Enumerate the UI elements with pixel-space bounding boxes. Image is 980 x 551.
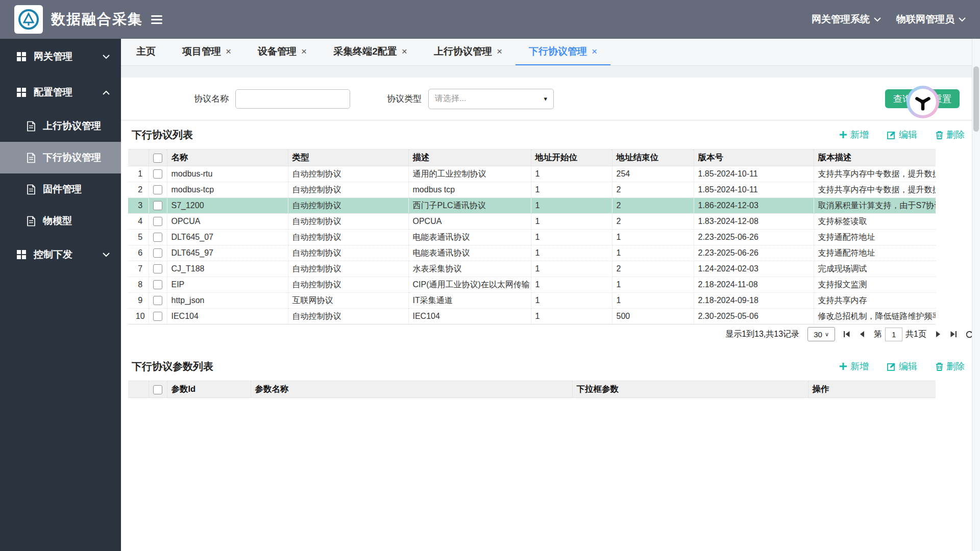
tab-close-icon[interactable]: ×	[226, 46, 231, 57]
select-all-checkbox[interactable]	[153, 154, 162, 163]
sidebar-sub-item[interactable]: 物模型	[0, 205, 121, 237]
table-row[interactable]: 10IEC104自动控制协议IEC10415002.30-2025-05-06修…	[128, 309, 936, 324]
tab-close-icon[interactable]: ×	[497, 46, 502, 57]
row-checkbox[interactable]	[153, 280, 162, 289]
hamburger-menu-icon[interactable]	[151, 13, 162, 26]
tab-设备管理[interactable]: 设备管理×	[244, 39, 320, 65]
sidebar-group-label: 配置管理	[34, 86, 72, 99]
param-delete-button[interactable]: 删除	[936, 360, 965, 372]
document-icon	[27, 153, 36, 163]
row-checkbox[interactable]	[153, 296, 162, 305]
cell-addr-start: 1	[531, 198, 612, 214]
row-number-header	[128, 381, 149, 398]
page-size-select[interactable]: 30 ∨	[807, 327, 835, 341]
tab-采集终端2配置[interactable]: 采集终端2配置×	[320, 39, 421, 65]
sidebar-group-label: 网关管理	[34, 50, 72, 63]
table-row[interactable]: 9http_json互联网协议IT采集通道112.18-2024-09-18支持…	[128, 293, 936, 309]
cell-name: CJ_T188	[167, 261, 288, 277]
col-type: 类型	[288, 149, 408, 166]
trash-icon	[936, 362, 943, 371]
sidebar-sub-item[interactable]: 下行协议管理	[0, 142, 121, 173]
tab-close-icon[interactable]: ×	[301, 46, 307, 57]
vertical-scrollbar[interactable]	[972, 39, 980, 551]
pagination-summary: 显示1到13,共13记录	[725, 329, 799, 340]
search-form: 协议名称 协议类型 请选择... ▾ 查询 重置	[121, 78, 980, 120]
table-row[interactable]: 4OPCUA自动控制协议OPCUA121.83-2024-12-08支持标签读取	[128, 214, 936, 230]
table-row[interactable]: 8EIP自动控制协议CIP(通用工业协议)在以太网传输112.18-2024-1…	[128, 277, 936, 293]
sidebar-sub-item[interactable]: 固件管理	[0, 173, 121, 205]
row-number: 10	[128, 309, 149, 324]
prev-page-button[interactable]	[859, 331, 866, 338]
next-page-button[interactable]	[935, 331, 942, 338]
param-edit-button[interactable]: 编辑	[887, 360, 917, 372]
tab-下行协议管理[interactable]: 下行协议管理×	[516, 39, 610, 65]
current-page-input[interactable]	[885, 328, 902, 341]
system-menu[interactable]: 网关管理系统	[812, 13, 881, 26]
table-row[interactable]: 2modbus-tcp自动控制协议modbus tcp121.85-2024-1…	[128, 182, 936, 198]
add-button[interactable]: 新增	[839, 129, 869, 141]
row-checkbox[interactable]	[153, 233, 162, 242]
first-page-button[interactable]	[843, 331, 850, 338]
cell-addr-end: 1	[612, 245, 694, 261]
tab-上行协议管理[interactable]: 上行协议管理×	[421, 39, 516, 65]
sidebar-group-item[interactable]: 控制下发	[0, 237, 121, 272]
cell-version-desc: 支持标签读取	[814, 214, 936, 230]
edit-icon	[887, 131, 896, 139]
cell-version-desc: 支持报文监测	[814, 277, 936, 293]
cell-name: DLT645_07	[167, 230, 288, 245]
table-row[interactable]: 6DLT645_97自动控制协议电能表通讯协议112.23-2025-06-26…	[128, 245, 936, 261]
table-row[interactable]: 3S7_1200自动控制协议西门子PLC通讯协议121.86-2024-12-0…	[128, 198, 936, 214]
row-number-header	[128, 149, 149, 166]
cell-desc: 电能表通讯协议	[408, 245, 531, 261]
edit-button[interactable]: 编辑	[887, 129, 917, 141]
row-checkbox-cell	[149, 166, 167, 182]
cell-desc: CIP(通用工业协议)在以太网传输	[408, 277, 531, 293]
row-checkbox[interactable]	[153, 248, 162, 258]
document-icon	[27, 121, 36, 132]
row-checkbox[interactable]	[153, 312, 162, 321]
row-number: 5	[128, 230, 149, 245]
param-add-button[interactable]: 新增	[839, 360, 869, 372]
edit-icon	[887, 362, 896, 371]
chevron-icon	[103, 55, 110, 59]
scrollbar-thumb[interactable]	[973, 66, 979, 132]
tab-项目管理[interactable]: 项目管理×	[169, 39, 244, 65]
tab-close-icon[interactable]: ×	[402, 46, 407, 57]
table-row[interactable]: 5DLT645_07自动控制协议电能表通讯协议112.23-2025-06-26…	[128, 230, 936, 245]
select-all-checkbox[interactable]	[153, 385, 162, 394]
col-param-name: 参数名称	[251, 381, 572, 398]
row-checkbox[interactable]	[153, 217, 162, 226]
sidebar-group-item[interactable]: 网关管理	[0, 39, 121, 74]
user-menu[interactable]: 物联网管理员	[896, 13, 966, 26]
sidebar-sub-item[interactable]: 上行协议管理	[0, 110, 121, 142]
param-toolbar: 新增 编辑	[839, 360, 965, 372]
page-prefix-label: 第	[874, 329, 882, 340]
sidebar-sub-label: 物模型	[43, 214, 72, 228]
cell-version-desc: 支持通配符地址	[814, 245, 936, 261]
table-row[interactable]: 1modbus-rtu自动控制协议通用的工业控制协议12541.85-2024-…	[128, 166, 936, 182]
row-checkbox[interactable]	[153, 264, 162, 273]
cell-type: 自动控制协议	[288, 198, 408, 214]
cell-version-desc: 支持共享内存中专数据，提升数据写	[814, 166, 936, 182]
cell-name: OPCUA	[167, 214, 288, 230]
last-page-button[interactable]	[950, 331, 957, 338]
cell-addr-start: 1	[531, 309, 612, 324]
select-arrow-icon: ▾	[544, 95, 547, 103]
row-checkbox[interactable]	[153, 185, 162, 194]
table-row[interactable]: 7CJ_T188自动控制协议水表采集协议121.24-2024-02-03完成现…	[128, 261, 936, 277]
sidebar-group-item[interactable]: 配置管理	[0, 74, 121, 110]
cell-type: 自动控制协议	[288, 245, 408, 261]
row-checkbox-cell	[149, 230, 167, 245]
protocol-name-input[interactable]	[235, 89, 350, 109]
row-number: 9	[128, 293, 149, 309]
row-checkbox[interactable]	[153, 201, 162, 210]
cell-version: 1.24-2024-02-03	[694, 261, 814, 277]
protocol-type-label: 协议类型	[387, 93, 422, 105]
delete-button[interactable]: 删除	[936, 129, 965, 141]
row-checkbox[interactable]	[153, 169, 162, 179]
cell-type: 自动控制协议	[288, 166, 408, 182]
app-logo-icon	[14, 5, 43, 34]
tab-close-icon[interactable]: ×	[592, 46, 597, 57]
protocol-type-select[interactable]: 请选择... ▾	[428, 89, 554, 109]
tab-主页[interactable]: 主页	[123, 39, 169, 65]
